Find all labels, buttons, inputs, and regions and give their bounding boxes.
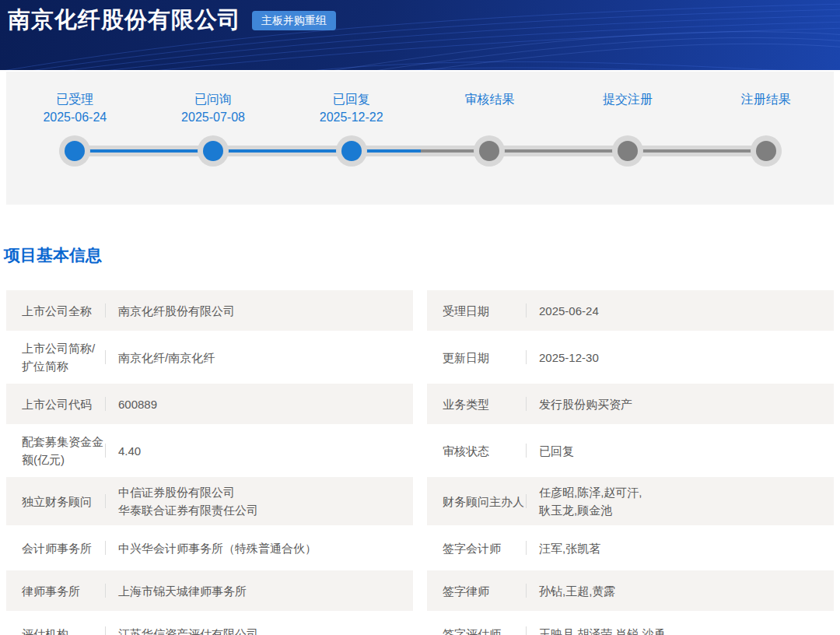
info-row-value: 任彦昭,陈泽,赵可汗, 耿玉龙,顾金池 — [527, 483, 642, 519]
info-row-left-2: 上市公司简称/扩位简称 南京化纤/南京化纤 — [6, 333, 413, 381]
timeline-dot-pending — [479, 141, 499, 161]
info-row-value: 2025-12-30 — [527, 349, 599, 367]
info-row-right-6: 签字会计师 汪军,张凯茗 — [427, 528, 834, 568]
info-row-left-1: 上市公司全称 南京化纤股份有限公司 — [6, 290, 413, 331]
info-row-label: 财务顾问主办人 — [443, 493, 526, 510]
info-row-label: 审核状态 — [443, 442, 526, 460]
timeline-step-date: 2025-12-22 — [289, 108, 414, 126]
info-row-value: 2025-06-24 — [527, 302, 599, 320]
timeline-step-label: 提交注册 — [565, 90, 690, 108]
info-row-value: 上海市锦天城律师事务所 — [106, 582, 247, 600]
timeline-dot-done — [203, 141, 223, 161]
info-row-value: 江苏华信资产评估有限公司 — [106, 625, 258, 635]
info-row-right-8: 签字评估师 王映月,胡泽荣,肖锐,沙勇 — [427, 613, 834, 635]
info-row-label: 签字会计师 — [443, 539, 526, 557]
timeline-step: 提交注册 — [565, 90, 690, 108]
info-row-left-8: 评估机构 江苏华信资产评估有限公司 — [6, 613, 413, 635]
info-row-label: 律师事务所 — [22, 582, 105, 600]
timeline-step: 已受理 2025-06-24 — [12, 90, 137, 126]
timeline-step-label: 已回复 — [289, 90, 414, 108]
timeline-step-date: 2025-06-24 — [12, 108, 137, 126]
page-header: 南京化纤股份有限公司 主板并购重组 — [0, 0, 840, 70]
info-row-label: 上市公司简称/扩位简称 — [22, 339, 105, 375]
timeline-step: 审核结果 — [427, 90, 551, 108]
info-row-label: 更新日期 — [443, 349, 526, 367]
timeline-dot-halo — [198, 135, 229, 167]
info-row-value: 孙钻,王超,黄露 — [527, 582, 615, 600]
timeline-progress-pending — [421, 149, 766, 153]
info-row-left-5: 独立财务顾问 中信证券股份有限公司 华泰联合证券有限责任公司 — [6, 477, 413, 525]
timeline-dot-done — [65, 141, 85, 161]
timeline-step: 已回复 2025-12-22 — [289, 90, 414, 126]
timeline-dot-halo — [751, 135, 782, 167]
info-row-right-4: 审核状态 已回复 — [427, 426, 834, 475]
info-row-value: 中兴华会计师事务所（特殊普通合伙） — [106, 539, 317, 557]
info-row-label: 会计师事务所 — [22, 539, 105, 557]
info-row-label: 上市公司全称 — [22, 302, 105, 320]
project-basic-info-table: 上市公司全称 南京化纤股份有限公司 受理日期 2025-06-24 上市公司简称… — [6, 290, 834, 635]
info-row-value: 王映月,胡泽荣,肖锐,沙勇 — [527, 625, 666, 635]
section-title: 项目基本信息 — [4, 244, 840, 266]
info-row-label: 配套募集资金金额(亿元) — [22, 433, 105, 468]
info-row-label: 签字律师 — [443, 582, 526, 600]
info-row-value: 600889 — [106, 395, 157, 413]
info-row-label: 受理日期 — [443, 302, 526, 320]
timeline-dot-halo — [59, 135, 90, 167]
timeline-step: 已问询 2025-07-08 — [151, 90, 275, 126]
info-row-left-6: 会计师事务所 中兴华会计师事务所（特殊普通合伙） — [6, 528, 413, 568]
timeline-progress-done — [75, 149, 420, 153]
timeline-step-label: 注册结果 — [704, 90, 828, 108]
info-row-label: 签字评估师 — [443, 625, 526, 635]
info-row-value: 已回复 — [527, 442, 574, 460]
info-row-label: 上市公司代码 — [22, 395, 105, 413]
info-row-right-7: 签字律师 孙钻,王超,黄露 — [427, 570, 834, 611]
info-row-label: 独立财务顾问 — [22, 493, 105, 510]
info-row-left-3: 上市公司代码 600889 — [6, 384, 413, 424]
timeline-dot-done — [341, 141, 362, 161]
timeline-dot-halo — [336, 135, 367, 167]
timeline-dot-pending — [756, 141, 776, 161]
info-row-value: 南京化纤股份有限公司 — [106, 302, 235, 320]
timeline-dot-pending — [618, 141, 638, 161]
info-row-label: 业务类型 — [443, 395, 526, 413]
page-title: 南京化纤股份有限公司 — [8, 5, 241, 34]
info-row-label: 评估机构 — [22, 625, 105, 635]
info-row-right-1: 受理日期 2025-06-24 — [427, 290, 834, 331]
review-progress-timeline: 已受理 2025-06-24 已问询 2025-07-08 已回复 2025-1… — [6, 72, 834, 205]
info-row-left-7: 律师事务所 上海市锦天城律师事务所 — [6, 570, 413, 611]
timeline-dot-halo — [612, 135, 643, 167]
timeline-step-label: 审核结果 — [427, 90, 551, 108]
info-row-value: 中信证券股份有限公司 华泰联合证券有限责任公司 — [106, 483, 258, 519]
timeline-step-label: 已受理 — [12, 90, 137, 108]
timeline-dot-halo — [474, 135, 505, 167]
timeline-step-label: 已问询 — [151, 90, 275, 108]
info-row-value: 发行股份购买资产 — [527, 395, 632, 413]
info-row-value: 南京化纤/南京化纤 — [106, 349, 215, 367]
timeline-step: 注册结果 — [704, 90, 828, 108]
info-row-value: 汪军,张凯茗 — [527, 539, 600, 557]
info-row-left-4: 配套募集资金金额(亿元) 4.40 — [6, 426, 413, 475]
info-row-right-2: 更新日期 2025-12-30 — [427, 333, 834, 381]
info-row-right-3: 业务类型 发行股份购买资产 — [427, 384, 834, 424]
info-row-value: 4.40 — [106, 442, 141, 460]
timeline-step-date: 2025-07-08 — [151, 108, 275, 126]
board-type-badge: 主板并购重组 — [252, 11, 336, 30]
info-row-right-5: 财务顾问主办人 任彦昭,陈泽,赵可汗, 耿玉龙,顾金池 — [427, 477, 834, 525]
